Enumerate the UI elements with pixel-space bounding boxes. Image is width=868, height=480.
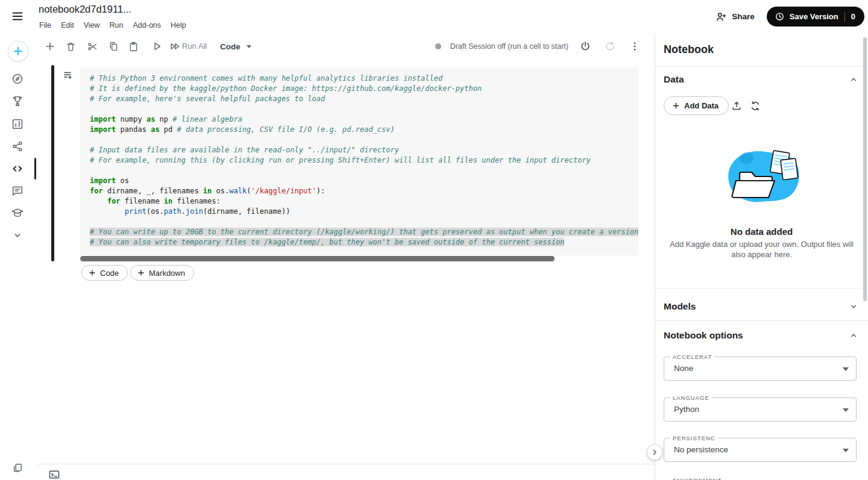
models-section-toggle[interactable] <box>846 299 861 314</box>
menu-item-addons[interactable]: Add-ons <box>133 21 162 30</box>
pill-divider <box>844 12 845 22</box>
options-section-title: Notebook options <box>664 330 743 341</box>
person-add-icon <box>715 11 727 23</box>
language-select[interactable]: LANGUAGE Python <box>664 397 857 422</box>
menu-item-run[interactable]: Run <box>110 21 124 30</box>
hamburger-menu-button[interactable] <box>10 8 25 24</box>
menu-item-help[interactable]: Help <box>171 21 186 30</box>
sidebar-item-code[interactable] <box>0 158 35 179</box>
chevron-up-icon <box>848 73 860 86</box>
persistence-label: PERSISTENC <box>670 435 718 441</box>
cell-menu-button[interactable] <box>61 69 75 82</box>
add-data-label: Add Data <box>684 101 719 110</box>
kaggle-notebook-app: notebook2d7d1911... File Edit View Run A… <box>0 0 868 480</box>
divider <box>655 288 868 288</box>
paste-button[interactable] <box>125 39 141 54</box>
sidebar-item-learn[interactable] <box>0 202 35 224</box>
sidebar-item-competitions[interactable] <box>0 90 35 112</box>
cell-type-dropdown[interactable]: Code <box>220 34 251 59</box>
sidebar-item-explore[interactable] <box>0 68 35 90</box>
share-button[interactable]: Share <box>715 11 755 23</box>
topbar-actions: Share Save Version 0 <box>715 7 864 26</box>
dropdown-caret-icon <box>843 449 849 452</box>
run-all-button[interactable] <box>167 39 183 54</box>
empty-data-title: No data added <box>655 226 868 237</box>
sync-data-button[interactable] <box>747 98 763 114</box>
copy-pages-icon <box>11 462 24 474</box>
create-button[interactable] <box>8 41 28 61</box>
horizontal-scrollbar[interactable] <box>80 256 555 261</box>
restart-icon <box>604 40 616 52</box>
environment-label: ENVIRONMENT <box>670 477 724 480</box>
delete-cell-button[interactable] <box>63 39 78 54</box>
add-markdown-label: Markdown <box>149 269 185 278</box>
dropdown-caret-icon <box>843 408 849 412</box>
options-section-toggle[interactable] <box>846 328 861 343</box>
sidebar-item-models[interactable] <box>0 136 35 157</box>
menu-item-edit[interactable]: Edit <box>61 21 74 30</box>
notebook-editor: Run All Code Draft Session off (run a ce… <box>36 34 655 480</box>
sync-icon <box>749 100 761 112</box>
save-version-button[interactable]: Save Version 0 <box>767 7 864 26</box>
terminal-icon <box>48 469 60 480</box>
scissors-icon <box>87 41 98 52</box>
code-icon <box>11 162 24 175</box>
cut-button[interactable] <box>84 39 100 54</box>
notebook-title[interactable]: notebook2d7d1911... <box>39 4 131 15</box>
data-section-title: Data <box>664 74 684 85</box>
chevron-down-icon <box>848 301 860 313</box>
cell-selected-indicator[interactable] <box>51 65 54 261</box>
empty-data-description: Add Kaggle data or upload your own. Outp… <box>668 239 855 260</box>
persistence-select[interactable]: PERSISTENC No persistence <box>664 438 857 462</box>
console-button[interactable] <box>48 468 61 480</box>
chevron-down-icon <box>247 45 251 48</box>
add-cell-button[interactable] <box>42 39 58 54</box>
data-section-toggle[interactable] <box>846 72 861 87</box>
add-code-label: Code <box>100 269 119 278</box>
divider <box>655 320 868 321</box>
add-markdown-cell-button[interactable]: Markdown <box>130 265 194 281</box>
plus-icon <box>671 101 681 110</box>
add-code-cell-button[interactable]: Code <box>81 265 128 281</box>
power-button[interactable] <box>577 39 593 54</box>
sidebar-item-more[interactable] <box>0 225 35 246</box>
more-options-button[interactable] <box>627 39 643 54</box>
collapse-panel-button[interactable] <box>647 444 662 460</box>
datasets-icon <box>11 117 24 131</box>
comment-icon <box>11 184 24 198</box>
sidebar-item-datasets[interactable] <box>0 113 35 135</box>
sidebar-item-windows[interactable] <box>0 457 35 479</box>
code-cell[interactable]: # This Python 3 environment comes with m… <box>80 67 638 255</box>
upload-data-button[interactable] <box>729 98 744 114</box>
graduation-cap-icon <box>11 207 24 220</box>
session-cluster: Draft Session off (run a cell to start) <box>435 34 655 59</box>
clipboard-icon <box>128 41 139 52</box>
code-lines: # This Python 3 environment comes with m… <box>90 73 638 248</box>
menu-item-view[interactable]: View <box>84 21 100 30</box>
persistence-value: No persistence <box>664 438 856 461</box>
plus-icon <box>137 269 145 277</box>
fast-forward-icon <box>169 40 181 52</box>
menu-item-file[interactable]: File <box>39 21 51 30</box>
play-icon <box>151 40 163 52</box>
topbar: notebook2d7d1911... File Edit View Run A… <box>0 0 868 34</box>
divider <box>655 66 868 67</box>
save-version-label: Save Version <box>790 12 838 21</box>
accelerator-label: ACCELERAT <box>670 354 714 360</box>
plus-icon <box>12 45 24 57</box>
sidebar-item-discussions[interactable] <box>0 180 35 202</box>
run-all-label[interactable]: Run All <box>182 34 207 59</box>
restart-button[interactable] <box>602 39 618 54</box>
empty-data-illustration <box>720 146 804 213</box>
add-data-button[interactable]: Add Data <box>664 96 729 115</box>
copy-button[interactable] <box>105 39 121 54</box>
trash-icon <box>65 41 77 52</box>
hamburger-icon <box>11 10 24 23</box>
left-sidebar <box>0 34 36 480</box>
accelerator-select[interactable]: ACCELERAT None <box>664 357 857 381</box>
active-item-indicator <box>34 158 36 179</box>
language-value: Python <box>664 398 856 421</box>
version-count-badge[interactable]: 0 <box>851 12 855 21</box>
panel-scrollbar[interactable] <box>863 37 867 301</box>
run-cell-button[interactable] <box>149 39 165 54</box>
